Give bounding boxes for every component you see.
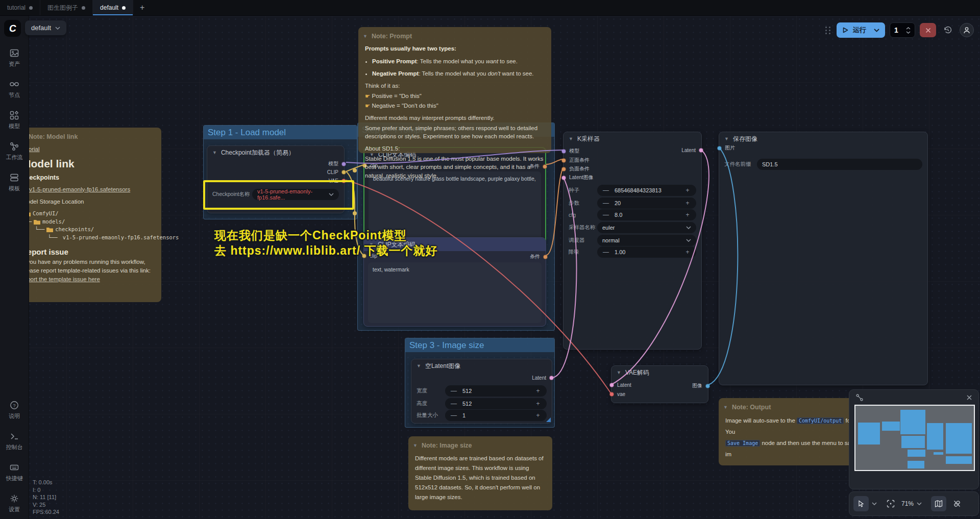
history-button[interactable]	[941, 23, 955, 37]
node-vae-decode[interactable]: ▼VAE解码 Latent vae 图像	[611, 365, 708, 403]
graph-icon[interactable]	[855, 393, 864, 402]
port-dot[interactable]	[609, 392, 614, 397]
node-empty-latent-image[interactable]: ▼空Latent图像 Latent 宽度 —512+ 高度 —512+ 批量大小…	[411, 359, 552, 424]
output-clip[interactable]: CLIP	[327, 169, 346, 175]
run-button[interactable]: 运行	[837, 22, 885, 38]
increment-button[interactable]: +	[684, 187, 691, 194]
port-dot[interactable]	[561, 149, 566, 154]
group-step3-title[interactable]: Step 3 - Image size	[405, 338, 554, 352]
collapse-icon[interactable]: ▼	[416, 363, 421, 368]
tab-tutorial[interactable]: tutorial	[0, 0, 40, 15]
port-dot[interactable]	[561, 158, 566, 163]
decrement-button[interactable]: —	[602, 249, 609, 256]
port-dot[interactable]	[543, 255, 548, 259]
prompt-textarea[interactable]: text, watermark	[368, 262, 542, 323]
height-widget[interactable]: —512+	[445, 398, 547, 409]
sidebar-item-templates[interactable]: 模板	[0, 167, 29, 198]
node-ksampler[interactable]: ▼K采样器 模型 正面条件 负面条件 Latent图像 Latent 种子 —6…	[563, 132, 702, 350]
filename-prefix-input[interactable]: SD1.5	[757, 159, 922, 170]
port-dot[interactable]	[561, 176, 566, 180]
cfg-widget[interactable]: —8.0+	[597, 209, 696, 220]
collapse-icon[interactable]: ▼	[723, 405, 728, 410]
decrement-button[interactable]: —	[450, 387, 457, 394]
pointer-tool-button[interactable]	[853, 496, 869, 511]
toggle-links-button[interactable]	[949, 496, 965, 511]
port-dot[interactable]	[699, 148, 703, 153]
input-image[interactable]: 图片	[717, 144, 735, 152]
port-dot[interactable]	[609, 383, 614, 387]
sidebar-item-workflows[interactable]: 工作流	[0, 136, 29, 167]
decrement-button[interactable]: —	[602, 211, 609, 218]
input-latent-image[interactable]: Latent图像	[561, 174, 594, 181]
decrement-button[interactable]: —	[602, 200, 609, 207]
increment-button[interactable]: +	[684, 200, 691, 207]
port-dot[interactable]	[341, 162, 346, 166]
chevron-down-icon[interactable]	[874, 29, 879, 32]
minimap-viewport[interactable]	[854, 405, 975, 471]
chevron-down-icon[interactable]	[872, 502, 877, 505]
decrement-button[interactable]: —	[450, 412, 457, 419]
checkpoint-download-link[interactable]: v1-5-pruned-emaonly-fp16.safetensors	[29, 186, 130, 192]
input-negative[interactable]: 负面条件	[561, 165, 590, 172]
chevron-down-icon[interactable]	[906, 31, 911, 34]
width-widget[interactable]: —512+	[445, 385, 547, 397]
resize-handle[interactable]	[546, 417, 551, 422]
tab-default[interactable]: default	[93, 0, 133, 15]
seed-widget[interactable]: —685468484323813+	[597, 185, 696, 196]
port-dot[interactable]	[717, 146, 722, 151]
note-image-size[interactable]: ▼Note: Image size Different models are t…	[408, 436, 552, 510]
sidebar-item-help[interactable]: ? 说明	[0, 394, 29, 426]
close-icon[interactable]	[966, 394, 972, 401]
fit-view-button[interactable]	[883, 496, 898, 511]
steps-widget[interactable]: —20+	[597, 197, 696, 209]
note-prompt[interactable]: ▼Note: Prompt Prompts usually have two t…	[358, 27, 551, 153]
port-dot[interactable]	[561, 167, 566, 171]
tab-img2img-example[interactable]: 图生图例子	[40, 0, 93, 15]
collapse-icon[interactable]: ▼	[617, 370, 621, 375]
zoom-level[interactable]: 71%	[901, 500, 914, 507]
chevron-down-icon[interactable]	[917, 502, 922, 505]
node-save-image[interactable]: ▼保存图像 图片 文件名前缀 SD1.5	[719, 132, 928, 385]
increment-button[interactable]: +	[534, 400, 542, 407]
collapse-icon[interactable]: ▼	[363, 34, 368, 39]
increment-button[interactable]: +	[534, 387, 542, 394]
comfyui-logo[interactable]: C	[4, 20, 21, 37]
drag-handle-icon[interactable]	[825, 27, 831, 34]
output-image[interactable]: 图像	[692, 382, 710, 389]
note-model-link[interactable]: ▼Note: Model link tutorial Model link ch…	[15, 128, 161, 302]
output-conditioning[interactable]: 条件	[530, 253, 548, 260]
workflow-selector[interactable]: default	[25, 20, 66, 35]
sidebar-item-shortcuts[interactable]: 快捷键	[0, 457, 29, 488]
clear-queue-button[interactable]	[920, 23, 936, 37]
output-latent[interactable]: Latent	[532, 375, 554, 381]
collapse-icon[interactable]: ▼	[569, 136, 573, 141]
new-tab-button[interactable]: +	[133, 0, 151, 15]
chevron-up-icon[interactable]	[906, 27, 911, 30]
collapse-icon[interactable]: ▼	[413, 443, 418, 448]
minimap-toggle-button[interactable]	[931, 496, 946, 511]
collapse-icon[interactable]: ▼	[724, 136, 729, 141]
sidebar-item-nodes[interactable]: 节点	[0, 73, 29, 105]
input-latent[interactable]: Latent	[609, 382, 631, 388]
increment-button[interactable]: +	[684, 249, 691, 256]
decrement-button[interactable]: —	[450, 400, 457, 407]
batch-count-stepper[interactable]: 1	[890, 22, 915, 38]
input-vae[interactable]: vae	[609, 391, 625, 397]
increment-button[interactable]: +	[684, 211, 691, 218]
output-model[interactable]: 模型	[328, 160, 346, 167]
input-model[interactable]: 模型	[561, 147, 579, 155]
group-step1-title[interactable]: Step 1 - Load model	[204, 126, 357, 139]
collapse-icon[interactable]: ▼	[212, 150, 217, 155]
port-dot[interactable]	[341, 170, 346, 175]
sidebar-item-models[interactable]: 模型	[0, 105, 29, 136]
batch-size-widget[interactable]: —1+	[445, 410, 547, 421]
sidebar-item-console[interactable]: 控制台	[0, 426, 29, 457]
report-issue-link[interactable]: report the template issue here	[22, 276, 100, 282]
input-positive[interactable]: 正面条件	[561, 157, 590, 164]
scheduler-combo[interactable]: normal	[597, 235, 696, 246]
sidebar-item-assets[interactable]: 资产	[0, 42, 29, 73]
increment-button[interactable]: +	[534, 412, 542, 419]
user-avatar[interactable]	[960, 23, 974, 37]
output-latent[interactable]: Latent	[681, 147, 703, 153]
sidebar-item-settings[interactable]: 设置	[0, 488, 29, 519]
